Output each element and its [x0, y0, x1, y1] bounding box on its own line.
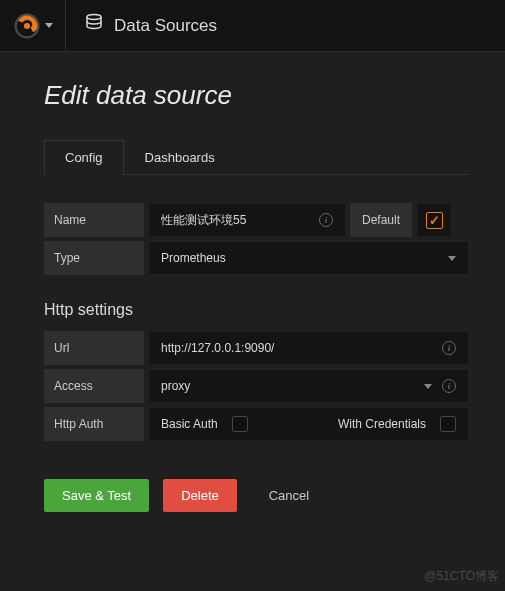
database-icon — [84, 13, 104, 38]
tab-config[interactable]: Config — [44, 140, 124, 175]
label-access: Access — [44, 369, 144, 403]
svg-point-1 — [23, 22, 29, 28]
name-input[interactable] — [161, 213, 319, 227]
tabs: Config Dashboards — [44, 139, 469, 175]
with-credentials-checkbox[interactable] — [440, 416, 456, 432]
url-input-wrap: i — [148, 331, 469, 365]
label-default: Default — [350, 203, 412, 237]
label-url: Url — [44, 331, 144, 365]
type-value: Prometheus — [161, 251, 440, 265]
access-select[interactable]: proxy i — [148, 369, 469, 403]
watermark: @51CTO博客 — [424, 568, 499, 585]
save-test-button[interactable]: Save & Test — [44, 479, 149, 512]
auth-options: Basic Auth With Credentials — [148, 407, 469, 441]
type-select[interactable]: Prometheus — [148, 241, 469, 275]
info-icon[interactable]: i — [442, 379, 456, 393]
app-menu-toggle[interactable] — [0, 0, 66, 52]
basic-auth-checkbox[interactable] — [232, 416, 248, 432]
row-http-auth: Http Auth Basic Auth With Credentials — [44, 407, 469, 441]
page-title: Edit data source — [44, 80, 469, 111]
label-with-credentials: With Credentials — [338, 417, 426, 431]
row-url: Url i — [44, 331, 469, 365]
name-input-wrap: i — [148, 203, 346, 237]
grafana-logo-icon — [13, 12, 41, 40]
breadcrumb[interactable]: Data Sources — [66, 13, 217, 38]
http-settings-heading: Http settings — [44, 301, 469, 319]
topbar: Data Sources — [0, 0, 505, 52]
delete-button[interactable]: Delete — [163, 479, 237, 512]
row-access: Access proxy i — [44, 369, 469, 403]
label-basic-auth: Basic Auth — [161, 417, 218, 431]
info-icon[interactable]: i — [319, 213, 333, 227]
default-checkbox[interactable] — [426, 212, 443, 229]
chevron-down-icon — [448, 256, 456, 261]
label-type: Type — [44, 241, 144, 275]
chevron-down-icon — [45, 23, 53, 28]
label-http-auth: Http Auth — [44, 407, 144, 441]
page-content: Edit data source Config Dashboards Name … — [0, 52, 505, 512]
tab-dashboards[interactable]: Dashboards — [124, 140, 236, 175]
chevron-down-icon — [424, 384, 432, 389]
row-type: Type Prometheus — [44, 241, 469, 275]
row-name: Name i Default — [44, 203, 469, 237]
action-bar: Save & Test Delete Cancel — [44, 479, 469, 512]
breadcrumb-title: Data Sources — [114, 16, 217, 36]
cancel-button[interactable]: Cancel — [251, 479, 327, 512]
url-input[interactable] — [161, 341, 442, 355]
info-icon[interactable]: i — [442, 341, 456, 355]
default-checkbox-cell — [416, 203, 452, 237]
svg-point-2 — [87, 15, 101, 20]
access-value: proxy — [161, 379, 416, 393]
label-name: Name — [44, 203, 144, 237]
